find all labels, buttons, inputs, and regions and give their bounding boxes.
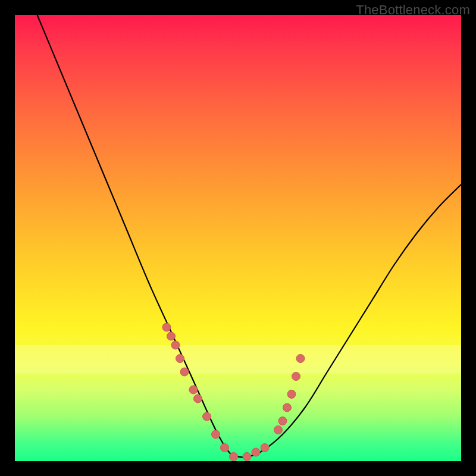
marker-dot: [162, 323, 171, 331]
marker-dot: [278, 417, 287, 425]
marker-dot: [171, 341, 180, 349]
marker-dot: [261, 444, 269, 452]
chart-frame: TheBottleneck.com: [0, 0, 476, 476]
bottleneck-curve: [37, 15, 462, 458]
marker-dot: [296, 355, 305, 363]
marker-dot: [292, 372, 300, 381]
marker-dot: [221, 444, 229, 452]
marker-dot: [189, 386, 198, 394]
watermark-text: TheBottleneck.com: [356, 2, 470, 18]
marker-dot: [203, 412, 211, 421]
marker-dot: [252, 448, 260, 456]
marker-dot: [176, 355, 184, 363]
marker-dot: [194, 394, 202, 403]
marker-dot: [243, 453, 251, 461]
curve-svg: [15, 15, 461, 461]
marker-dot: [274, 426, 283, 434]
marker-dots-group: [162, 323, 305, 461]
marker-dot: [180, 368, 189, 376]
marker-dot: [230, 453, 238, 461]
marker-dot: [167, 332, 176, 340]
marker-dot: [212, 430, 220, 439]
marker-dot: [283, 403, 292, 412]
marker-dot: [287, 390, 296, 399]
plot-area: [15, 15, 461, 461]
